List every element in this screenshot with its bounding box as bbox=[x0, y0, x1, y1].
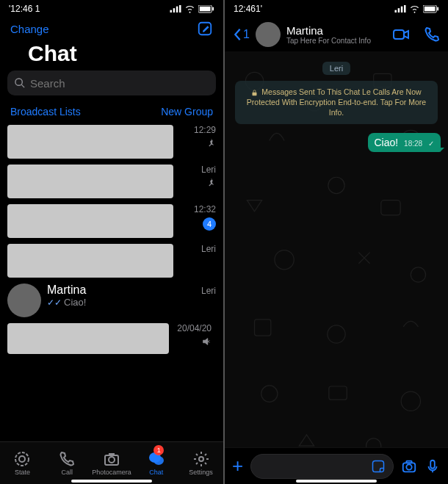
chat-time: Leri bbox=[201, 165, 216, 175]
svg-rect-31 bbox=[381, 201, 400, 215]
conversation-screen: 12:461' 1 Martina Tap Here For Contact I… bbox=[225, 0, 448, 484]
search-field[interactable] bbox=[30, 77, 209, 90]
avatar[interactable] bbox=[256, 22, 281, 47]
message-input-row: + bbox=[225, 447, 448, 484]
tab-label: State bbox=[15, 469, 30, 476]
attach-button[interactable]: + bbox=[232, 455, 243, 477]
compose-icon[interactable] bbox=[197, 21, 213, 37]
home-indicator[interactable] bbox=[71, 480, 152, 483]
chat-row[interactable]: 12:29 bbox=[0, 122, 223, 162]
gear-icon bbox=[192, 450, 210, 468]
mic-button[interactable] bbox=[424, 458, 441, 474]
day-pill: Leri bbox=[322, 62, 350, 75]
header-title-area[interactable]: Martina Tap Here For Contact Info bbox=[286, 24, 386, 45]
back-button[interactable]: 1 bbox=[232, 28, 250, 41]
svg-rect-44 bbox=[406, 460, 411, 463]
video-call-icon[interactable] bbox=[392, 26, 410, 43]
pin-icon bbox=[206, 138, 216, 148]
status-time: '12:46 1 bbox=[9, 4, 40, 14]
chat-row[interactable]: 12:32 4 bbox=[0, 201, 223, 241]
list-header: Broadcast Lists New Group bbox=[0, 101, 223, 122]
read-tick-icon: ✓✓ bbox=[47, 297, 62, 308]
svg-point-16 bbox=[153, 456, 164, 465]
svg-point-32 bbox=[275, 250, 294, 270]
tab-settings[interactable]: Settings bbox=[178, 442, 223, 484]
wifi-icon bbox=[409, 4, 420, 13]
tab-label: Chat bbox=[149, 469, 163, 476]
bubble-tick: ✓ bbox=[428, 140, 434, 148]
mute-icon bbox=[201, 336, 212, 347]
svg-rect-0 bbox=[170, 10, 173, 12]
camera-icon bbox=[103, 450, 120, 468]
chat-last-msg: ✓✓ Ciao! bbox=[47, 297, 216, 308]
chat-row[interactable]: Leri bbox=[0, 162, 223, 201]
svg-rect-45 bbox=[430, 460, 435, 468]
chat-row[interactable]: Martina Leri ✓✓ Ciao! bbox=[0, 281, 223, 320]
message-input[interactable] bbox=[250, 454, 394, 479]
encryption-text: Messages Sent To This Chat Le Calls Are … bbox=[247, 87, 426, 117]
battery-icon bbox=[423, 5, 439, 13]
tab-label: Settings bbox=[189, 469, 213, 476]
svg-rect-23 bbox=[424, 6, 436, 10]
sticker-icon[interactable] bbox=[371, 459, 386, 474]
search-wrap bbox=[0, 71, 223, 101]
svg-point-17 bbox=[199, 457, 203, 461]
camera-button[interactable] bbox=[401, 458, 417, 474]
svg-rect-24 bbox=[437, 7, 438, 10]
signal-icon bbox=[394, 5, 406, 12]
svg-rect-37 bbox=[329, 386, 347, 400]
tab-camera[interactable]: Photocamera bbox=[90, 442, 134, 484]
bubble-text: Ciao! bbox=[375, 137, 399, 148]
svg-point-10 bbox=[15, 452, 29, 466]
broadcast-link[interactable]: Broadcast Lists bbox=[10, 106, 81, 118]
tab-state[interactable]: State bbox=[0, 442, 45, 484]
status-time: 12:461' bbox=[234, 4, 262, 14]
chat-name: Martina bbox=[47, 283, 86, 297]
svg-point-30 bbox=[328, 177, 344, 193]
conversation-body[interactable]: Leri Messages Sent To This Chat Le Calls… bbox=[225, 51, 448, 447]
chat-list: 12:29 Leri 12:32 4 Leri bbox=[0, 122, 223, 441]
conversation-header: 1 Martina Tap Here For Contact Info bbox=[225, 18, 448, 51]
tab-chat[interactable]: 1 Chat bbox=[134, 442, 178, 484]
search-input[interactable] bbox=[7, 71, 216, 95]
page-title: Chat bbox=[10, 41, 213, 66]
svg-point-35 bbox=[328, 325, 345, 343]
back-count: 1 bbox=[243, 28, 250, 41]
home-indicator[interactable] bbox=[296, 480, 377, 483]
voice-call-icon[interactable] bbox=[423, 26, 441, 43]
chat-time: 12:29 bbox=[194, 125, 216, 135]
svg-point-36 bbox=[261, 386, 278, 402]
chat-row[interactable]: 20/04/20 bbox=[0, 320, 223, 357]
top-bar: Change bbox=[0, 18, 223, 40]
svg-rect-14 bbox=[109, 453, 115, 455]
svg-rect-20 bbox=[401, 7, 403, 12]
svg-point-39 bbox=[366, 438, 381, 447]
bubble-time: 18:28 bbox=[404, 140, 422, 148]
status-icon bbox=[13, 450, 31, 468]
chat-row[interactable]: Leri bbox=[0, 241, 223, 281]
new-group-link[interactable]: New Group bbox=[161, 106, 213, 118]
encryption-notice[interactable]: Messages Sent To This Chat Le Calls Are … bbox=[235, 81, 438, 124]
bubble-tail bbox=[440, 148, 444, 152]
unread-badge: 4 bbox=[203, 217, 216, 231]
search-icon bbox=[15, 78, 26, 89]
contact-subtitle: Tap Here For Contact Info bbox=[286, 37, 386, 45]
tab-calls[interactable]: Call bbox=[45, 442, 90, 484]
svg-rect-6 bbox=[212, 7, 214, 10]
phone-icon bbox=[58, 450, 76, 468]
svg-rect-1 bbox=[173, 8, 176, 12]
title-row: Chat bbox=[0, 40, 223, 71]
edit-link[interactable]: Change bbox=[10, 23, 49, 35]
chat-time: Leri bbox=[201, 286, 216, 296]
chat-time: 12:32 bbox=[194, 204, 216, 214]
svg-rect-5 bbox=[200, 6, 211, 10]
tab-label: Photocamera bbox=[92, 469, 131, 476]
chat-time: Leri bbox=[201, 244, 216, 254]
chat-preview-placeholder bbox=[7, 244, 173, 278]
chevron-left-icon bbox=[232, 28, 242, 41]
message-bubble-out[interactable]: Ciao! 18:28 ✓ bbox=[368, 133, 441, 152]
chat-time: 20/04/20 bbox=[177, 323, 212, 333]
pin-icon bbox=[206, 178, 216, 188]
svg-point-33 bbox=[411, 267, 425, 282]
svg-point-11 bbox=[19, 456, 25, 462]
